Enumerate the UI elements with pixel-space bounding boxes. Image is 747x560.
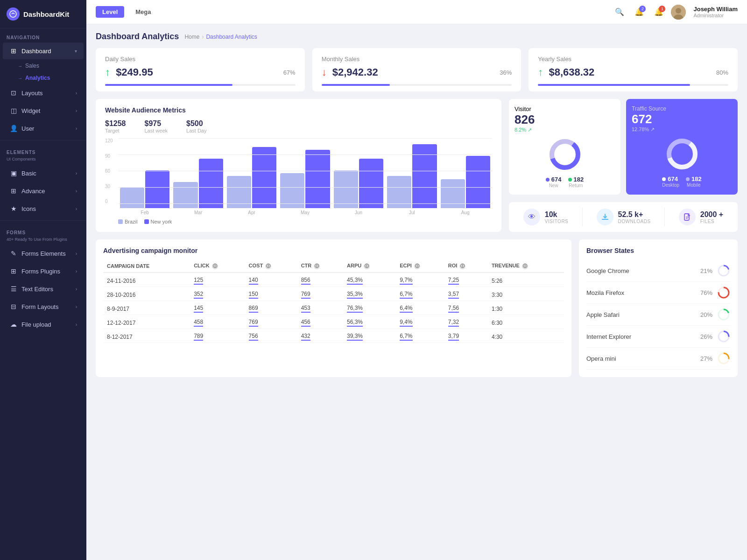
notification-bell-icon[interactable]: 🔔 2 [632, 5, 647, 20]
daily-sales-card: Daily Sales ↑ $249.95 67% [96, 48, 305, 91]
bar-newyork [305, 150, 330, 208]
table-cell: 1:30 [488, 301, 564, 315]
table-cell: 453 [297, 301, 343, 315]
visitor-traffic-row: Visitor 826 8.2% ↗ [509, 99, 738, 195]
sidebar-item-text-editors[interactable]: ☰ Text Editors › [3, 280, 84, 297]
monthly-sales-title: Monthly Sales [322, 56, 512, 63]
search-icon[interactable]: 🔍 [612, 5, 627, 20]
visitor-title: Visitor [514, 105, 535, 112]
x-label: Apr [227, 210, 276, 215]
user-info: Joseph William Administrator [693, 6, 738, 18]
sidebar-item-dashboard[interactable]: ⊞ Dashboard ▾ [3, 42, 84, 59]
sidebar-subitem-sales[interactable]: → Sales [0, 60, 86, 72]
ctr-info[interactable]: ⓘ [314, 263, 320, 269]
sidebar-item-form-layouts[interactable]: ⊟ Form Layouts › [3, 298, 84, 315]
col-ctr: CTR ⓘ [297, 260, 343, 273]
topbar: Level Mega 🔍 🔔 2 🔔 1 Joseph William Admi… [86, 0, 747, 24]
sidebar-subitem-analytics[interactable]: → Analytics [0, 72, 86, 84]
bar-newyork [145, 170, 169, 208]
trend-up-icon: ↑ [105, 66, 110, 78]
mobile-dot [686, 177, 690, 181]
browser-pct: 26% [700, 333, 712, 340]
visitor-pct: 8.2% ↗ [514, 127, 535, 133]
browser-right: 27% [700, 352, 730, 365]
arpu-info[interactable]: ⓘ [364, 263, 370, 269]
breadcrumb: Home › Dashboard Analytics [184, 34, 257, 40]
tab-level[interactable]: Level [96, 6, 124, 18]
basic-icon: ▣ [9, 169, 18, 177]
sidebar-item-widget[interactable]: ◫ Widget › [3, 102, 84, 119]
sidebar-item-user[interactable]: 👤 User › [3, 120, 84, 137]
sidebar-item-label: Advance [21, 188, 45, 195]
sidebar-item-advance[interactable]: ⊞ Advance › [3, 182, 84, 199]
sidebar-item-forms-elements[interactable]: ✎ Forms Elements › [3, 245, 84, 262]
files-stat: 2000 + FILES [679, 209, 723, 225]
chevron-right-icon: › [76, 108, 77, 113]
chevron-right-icon: › [76, 304, 77, 309]
main-area: Level Mega 🔍 🔔 2 🔔 1 Joseph William Admi… [86, 0, 747, 560]
sidebar-item-label: Form Layouts [21, 303, 58, 310]
table-cell: 8-9-2017 [103, 301, 190, 315]
daily-sales-amount: ↑ $249.95 [105, 66, 153, 78]
legend-dot-brazil [118, 219, 123, 224]
yearly-progress-bar [538, 84, 690, 86]
browser-right: 76% [700, 286, 730, 299]
trevenue-info[interactable]: ⓘ [522, 263, 528, 269]
chevron-right-icon: › [76, 189, 77, 194]
sidebar-item-label: Icons [21, 205, 36, 212]
col-date: CAMPAIGN DATE [103, 260, 190, 273]
yearly-sales-pct: 80% [716, 69, 728, 76]
file-upload-icon: ☁ [9, 320, 18, 329]
avatar[interactable] [671, 5, 686, 20]
table-cell: 39,3% [343, 329, 396, 343]
sidebar-item-forms-plugins[interactable]: ⊞ Forms Plugins › [3, 263, 84, 280]
x-label: Jun [334, 210, 383, 215]
click-info[interactable]: ⓘ [212, 263, 218, 269]
legend-label-brazil: Brazil [125, 219, 138, 224]
table-row: 8-9-201714586945376,3%6,4%7,561:30 [103, 301, 564, 315]
table-cell: 7,56 [444, 301, 488, 315]
files-label: FILES [700, 219, 723, 224]
bar-group [280, 150, 330, 208]
sidebar-item-file-upload[interactable]: ☁ File upload › [3, 316, 84, 333]
chevron-right-icon: › [76, 251, 77, 256]
browser-name: Mozila Firefox [586, 289, 624, 296]
traffic-pct: 12.78% ↗ [632, 126, 666, 133]
cost-info[interactable]: ⓘ [265, 263, 271, 269]
browser-row: Apple Safari 20% [586, 304, 730, 326]
ecpi-info[interactable]: ⓘ [414, 263, 420, 269]
breadcrumb-home[interactable]: Home [184, 34, 199, 40]
bar-brazil [387, 176, 411, 208]
visitor-stats: 674 New 182 Return [514, 176, 615, 188]
sidebar-item-basic[interactable]: ▣ Basic › [3, 165, 84, 182]
arrow-icon: → [18, 76, 22, 81]
target-value: $1258 [105, 119, 126, 128]
arrow-icon: → [18, 63, 22, 69]
new-count: 674 [551, 176, 562, 183]
chevron-right-icon: › [76, 171, 77, 176]
sidebar-item-label: File upload [21, 321, 51, 328]
alerts-icon[interactable]: 🔔 1 [651, 5, 666, 20]
breadcrumb-sep: › [202, 34, 204, 40]
campaign-card: Advertising campaign monitor CAMPAIGN DA… [96, 239, 571, 377]
breadcrumb-current: Dashboard Analytics [206, 34, 257, 40]
tab-mega[interactable]: Mega [129, 6, 157, 18]
audience-title: Website Audience Metrics [105, 106, 492, 114]
table-cell: 35,3% [343, 287, 396, 301]
table-cell: 6,4% [396, 301, 444, 315]
lastweek-value: $975 [145, 119, 168, 128]
advance-icon: ⊞ [9, 187, 18, 195]
sidebar: DashboardKit NAVIGATION ⊞ Dashboard ▾ → … [0, 0, 86, 560]
elements-section-label: ELEMENTS [0, 143, 86, 157]
visitors-stat: 👁 10k VISITORS [523, 209, 569, 225]
table-cell: 45,3% [343, 273, 396, 287]
bar-newyork [359, 159, 383, 208]
table-cell: 3,79 [444, 329, 488, 343]
browser-donut [717, 308, 730, 321]
sidebar-item-icons[interactable]: ★ Icons › [3, 200, 84, 217]
roi-info[interactable]: ⓘ [459, 263, 465, 269]
table-cell: 6,7% [396, 287, 444, 301]
sidebar-item-layouts[interactable]: ⊡ Layouts › [3, 84, 84, 101]
table-cell: 869 [245, 301, 297, 315]
daily-sales-title: Daily Sales [105, 56, 296, 63]
